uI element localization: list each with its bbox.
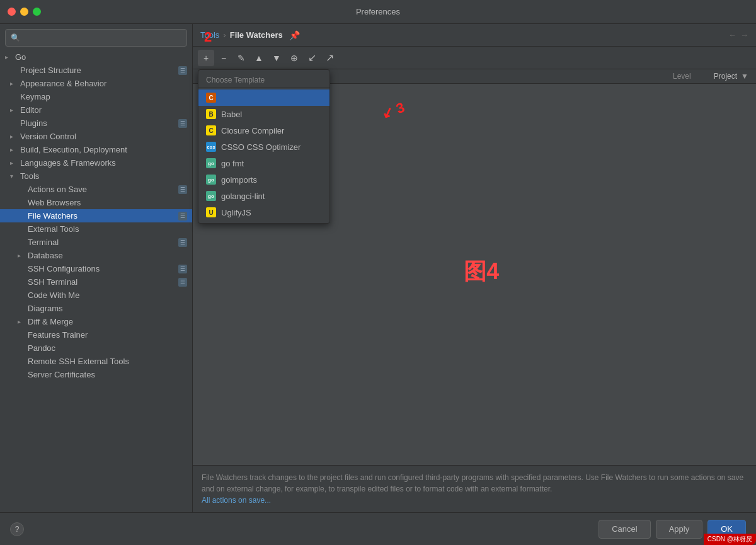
dropdown-item-gofmt[interactable]: go go fmt xyxy=(198,155,329,171)
level-dropdown-icon[interactable]: ▼ xyxy=(741,72,748,81)
dropdown-item-csso[interactable]: css CSSO CSS Optimizer xyxy=(198,139,329,155)
sidebar-item-languages-frameworks[interactable]: ▸Languages & Frameworks xyxy=(0,156,192,169)
window-controls xyxy=(8,8,41,16)
sidebar-item-terminal[interactable]: Terminal☰ xyxy=(0,236,192,249)
dropdown-item-icon-babel: B xyxy=(206,109,216,119)
footer: ? Cancel Apply OK CSDN @林枒昃 xyxy=(0,512,756,545)
sidebar-item-project-structure[interactable]: Project Structure☰ xyxy=(0,64,192,77)
sidebar-item-remote-ssh[interactable]: Remote SSH External Tools xyxy=(0,355,192,368)
sidebar-item-pandoc[interactable]: Pandoc xyxy=(0,341,192,355)
dropdown-item-closure-compiler[interactable]: C Closure Compiler xyxy=(198,122,329,139)
close-button[interactable] xyxy=(8,8,16,16)
dropdown-item-icon-uglifyjs: U xyxy=(206,207,216,217)
pin-icon[interactable]: 📌 xyxy=(289,30,300,40)
dropdown-item-icon-closure-compiler: C xyxy=(206,125,216,135)
search-input[interactable] xyxy=(23,33,181,42)
dropdown-item-custom[interactable]: C xyxy=(198,89,329,106)
preferences-window: Preferences 🔍 ▸GoProject Structure☰▸Appe… xyxy=(0,0,756,545)
dropdown-header: Choose Template xyxy=(198,72,329,88)
sidebar-items-container: ▸GoProject Structure☰▸Appearance & Behav… xyxy=(0,50,192,381)
sidebar-item-file-watchers[interactable]: File Watchers☰ xyxy=(0,209,192,222)
sidebar-item-label: Code With Me xyxy=(28,290,79,300)
dropdown-item-uglifyjs[interactable]: U UglifyJS xyxy=(198,204,329,221)
dropdown-item-goimports[interactable]: go goimports xyxy=(198,171,329,188)
sidebar-item-server-certificates[interactable]: Server Certificates xyxy=(0,368,192,381)
add-button[interactable]: + xyxy=(198,50,214,66)
dropdown-item-label-gofmt: go fmt xyxy=(221,159,244,168)
move-up-button[interactable]: ▲ xyxy=(251,50,267,66)
remove-button[interactable]: − xyxy=(215,50,232,66)
sidebar-badge: ☰ xyxy=(178,265,187,273)
sidebar-item-editor[interactable]: ▸Editor xyxy=(0,103,192,117)
dropdown-item-label-goimports: goimports xyxy=(221,175,257,185)
sidebar: 🔍 ▸GoProject Structure☰▸Appearance & Beh… xyxy=(0,24,193,512)
sidebar-item-diagrams[interactable]: Diagrams xyxy=(0,302,192,315)
help-button[interactable]: ? xyxy=(10,522,24,536)
dropdown-item-golangci[interactable]: go golangci-lint xyxy=(198,188,329,204)
nav-arrows: ← → xyxy=(728,30,748,40)
sidebar-item-label: Tools xyxy=(20,171,39,181)
expand-arrow: ▸ xyxy=(10,80,18,87)
move-down-button[interactable]: ▼ xyxy=(268,50,285,66)
expand-arrow: ▸ xyxy=(10,159,18,166)
info-link[interactable]: All actions on save... xyxy=(202,496,271,505)
sidebar-item-label: Remote SSH External Tools xyxy=(28,357,129,366)
sidebar-badge: ☰ xyxy=(178,212,187,221)
edit-button[interactable]: ✎ xyxy=(233,50,249,66)
info-bar: File Watchers track changes to the proje… xyxy=(193,465,756,512)
sidebar-badge: ☰ xyxy=(178,66,187,75)
sidebar-item-label: Diff & Merge xyxy=(28,317,73,326)
sidebar-item-label: External Tools xyxy=(28,224,79,234)
cancel-button[interactable]: Cancel xyxy=(598,520,650,539)
sidebar-item-appearance[interactable]: ▸Appearance & Behavior xyxy=(0,77,192,90)
dropdown-item-icon-goimports: go xyxy=(206,175,216,185)
sidebar-item-external-tools[interactable]: External Tools xyxy=(0,222,192,236)
dropdown-item-icon-custom: C xyxy=(206,93,216,103)
template-dropdown: Choose Template C B Babel C Closure Comp… xyxy=(198,69,330,224)
sidebar-item-features-trainer[interactable]: Features Trainer xyxy=(0,328,192,341)
sidebar-item-label: Actions on Save xyxy=(28,185,87,194)
sidebar-item-code-with-me[interactable]: Code With Me xyxy=(0,289,192,302)
sidebar-item-build-execution[interactable]: ▸Build, Execution, Deployment xyxy=(0,143,192,156)
sidebar-item-plugins[interactable]: Plugins☰ xyxy=(0,117,192,130)
sidebar-item-label: Plugins xyxy=(20,118,47,128)
dropdown-item-label-babel: Babel xyxy=(221,110,242,119)
sidebar-item-label: Web Browsers xyxy=(28,198,81,207)
sidebar-badge: ☰ xyxy=(178,278,187,287)
dropdown-item-babel[interactable]: B Babel xyxy=(198,106,329,122)
dropdown-item-label-closure-compiler: Closure Compiler xyxy=(221,126,284,135)
main-content: 🔍 ▸GoProject Structure☰▸Appearance & Beh… xyxy=(0,24,756,512)
dropdown-item-icon-golangci: go xyxy=(206,191,216,201)
sidebar-item-label: Go xyxy=(15,52,26,62)
search-box[interactable]: 🔍 xyxy=(5,29,187,47)
breadcrumb-separator: › xyxy=(223,30,226,40)
annotation-3: ↙ 3 xyxy=(380,100,407,123)
import-button[interactable]: ↙ xyxy=(304,50,320,66)
sidebar-item-label: SSH Configurations xyxy=(28,264,100,273)
col-level-header: Level Project ▼ xyxy=(673,72,748,81)
breadcrumb-current: File Watchers xyxy=(230,30,283,40)
sidebar-item-version-control[interactable]: ▸Version Control xyxy=(0,130,192,143)
expand-arrow: ▸ xyxy=(10,146,18,153)
dropdown-item-label-uglifyjs: UglifyJS xyxy=(221,208,251,217)
export-button[interactable]: ↗ xyxy=(321,50,338,66)
maximize-button[interactable] xyxy=(33,8,41,16)
sidebar-item-database[interactable]: ▸Database xyxy=(0,249,192,262)
apply-button[interactable]: Apply xyxy=(656,520,703,539)
nav-back-icon[interactable]: ← xyxy=(728,30,736,40)
sidebar-item-ssh-terminal[interactable]: SSH Terminal☰ xyxy=(0,275,192,289)
sidebar-item-tools[interactable]: ▾Tools xyxy=(0,169,192,183)
title-bar: Preferences xyxy=(0,0,756,24)
sidebar-item-ssh-configurations[interactable]: SSH Configurations☰ xyxy=(0,262,192,275)
sidebar-item-actions-on-save[interactable]: Actions on Save☰ xyxy=(0,183,192,196)
minimize-button[interactable] xyxy=(20,8,28,16)
sidebar-item-diff-merge[interactable]: ▸Diff & Merge xyxy=(0,315,192,328)
sidebar-item-web-browsers[interactable]: Web Browsers xyxy=(0,196,192,209)
main-panel: Tools › File Watchers 📌 ← → + − ✎ ▲ ▼ ⊕ … xyxy=(193,24,756,512)
copy-button[interactable]: ⊕ xyxy=(286,50,302,66)
sidebar-item-go[interactable]: ▸Go xyxy=(0,50,192,64)
sidebar-item-keymap[interactable]: Keymap xyxy=(0,90,192,103)
info-description: File Watchers track changes to the proje… xyxy=(202,473,743,493)
nav-forward-icon[interactable]: → xyxy=(740,30,748,40)
breadcrumb-parent[interactable]: Tools xyxy=(200,30,219,40)
